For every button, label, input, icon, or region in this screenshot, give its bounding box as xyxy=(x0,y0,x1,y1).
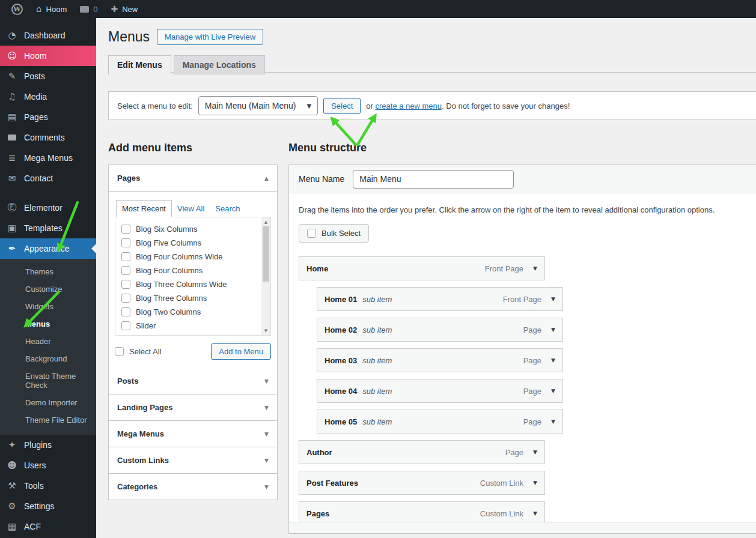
menu-name-input[interactable] xyxy=(353,170,514,189)
page-item-checkbox[interactable] xyxy=(121,321,130,330)
sidebar-item-comments[interactable]: Comments xyxy=(0,127,96,148)
menu-item-expand-icon[interactable]: ▼ xyxy=(533,265,537,271)
sidebar-item-posts[interactable]: ✎Posts xyxy=(0,66,96,86)
page-item-checkbox[interactable] xyxy=(121,307,130,316)
admin-bar: W ⌂ Hoom 0 ✚ New xyxy=(0,0,756,18)
menu-item-expand-icon[interactable]: ▼ xyxy=(533,510,537,516)
list-scrollbar[interactable]: ▲▼ xyxy=(261,217,270,335)
sidebar-item-label: Contact xyxy=(24,174,53,183)
accordion-section-posts[interactable]: Posts▼ xyxy=(109,368,277,394)
menu-item-row-home-03[interactable]: Home 03sub itemPage▼ xyxy=(317,348,563,372)
bulk-select-toggle[interactable]: Bulk Select xyxy=(299,224,369,243)
acf-icon: ▦ xyxy=(6,521,18,532)
scrollbar-thumb[interactable] xyxy=(263,226,269,282)
page-item-label: Blog Three Columns xyxy=(136,294,207,303)
sidebar-item-acf[interactable]: ▦ACF xyxy=(0,516,96,537)
submenu-item-customize[interactable]: Customize xyxy=(0,280,96,298)
menu-item-row-home[interactable]: HomeFront Page▼ xyxy=(299,256,545,280)
pages-icon: ▤ xyxy=(6,112,18,122)
expand-arrow-icon[interactable]: ▼ xyxy=(264,378,269,384)
sidebar-item-pages[interactable]: ▤Pages xyxy=(0,107,96,127)
accordion-section-landing-pages[interactable]: Landing Pages▼ xyxy=(109,394,277,420)
submenu-item-menus[interactable]: Menus xyxy=(0,315,96,333)
menu-item-row-home-02[interactable]: Home 02sub itemPage▼ xyxy=(317,318,563,342)
menu-items-list: HomeFront Page▼Home 01sub itemFront Page… xyxy=(299,256,748,525)
create-new-menu-link[interactable]: create a new menu xyxy=(376,101,442,110)
accordion-section-categories[interactable]: Categories▼ xyxy=(109,473,277,500)
submenu-item-widgets[interactable]: Widgets xyxy=(0,298,96,315)
wordpress-menu-button[interactable]: W xyxy=(6,0,28,18)
menu-item-expand-icon[interactable]: ▼ xyxy=(551,419,555,425)
add-to-menu-button[interactable]: Add to Menu xyxy=(211,343,271,360)
sidebar-item-tools[interactable]: ⚒Tools xyxy=(0,476,96,496)
select-menu-bar: Select a menu to edit: Main Menu (Main M… xyxy=(108,91,756,120)
manage-live-preview-button[interactable]: Manage with Live Preview xyxy=(157,29,263,45)
menu-item-row-post-features[interactable]: Post FeaturesCustom Link▼ xyxy=(299,471,545,495)
submenu-item-demo-importer[interactable]: Demo Importer xyxy=(0,394,96,411)
scroll-up-arrow-icon[interactable]: ▲ xyxy=(261,217,270,226)
expand-arrow-icon[interactable]: ▼ xyxy=(264,484,269,490)
select-button[interactable]: Select xyxy=(323,98,361,114)
comment-bubble-icon xyxy=(80,6,89,13)
menu-item-row-home-04[interactable]: Home 04sub itemPage▼ xyxy=(317,379,563,403)
sidebar-item-appearance[interactable]: ✒Appearance xyxy=(0,238,96,259)
page-item-checkbox[interactable] xyxy=(121,238,130,247)
sidebar-item-label: Appearance xyxy=(24,244,70,253)
sidebar-item-media[interactable]: ♫Media xyxy=(0,86,96,107)
pages-tab-search[interactable]: Search xyxy=(210,201,245,217)
scroll-down-arrow-icon[interactable]: ▼ xyxy=(261,326,270,335)
collapse-arrow-icon[interactable]: ▲ xyxy=(264,175,269,181)
new-content-button[interactable]: ✚ New xyxy=(105,0,143,18)
accordion-section-title: Categories xyxy=(117,482,157,491)
page-item-checkbox[interactable] xyxy=(121,280,130,289)
accordion-section-mega-menus[interactable]: Mega Menus▼ xyxy=(109,420,277,447)
page-item-checkbox[interactable] xyxy=(121,225,130,234)
menu-item-expand-icon[interactable]: ▼ xyxy=(551,296,555,302)
sidebar-item-hoom[interactable]: ☺Hoom xyxy=(0,46,96,66)
menu-select-dropdown[interactable]: Main Menu (Main Menu) ▼ xyxy=(198,96,318,115)
menu-item-row-author[interactable]: AuthorPage▼ xyxy=(299,440,545,464)
comments-admin-link[interactable]: 0 xyxy=(75,0,103,18)
plugin-icon: ✦ xyxy=(6,440,18,450)
menu-item-expand-icon[interactable]: ▼ xyxy=(551,357,555,363)
sidebar-item-plugins[interactable]: ✦Plugins xyxy=(0,435,96,455)
expand-arrow-icon[interactable]: ▼ xyxy=(264,431,269,437)
select-all-label: Select All xyxy=(129,347,161,356)
submenu-item-themes[interactable]: Themes xyxy=(0,263,96,280)
submenu-item-header[interactable]: Header xyxy=(0,333,96,350)
page-item-checkbox[interactable] xyxy=(121,266,130,275)
submenu-item-background[interactable]: Background xyxy=(0,350,96,367)
sidebar-item-settings[interactable]: ⚙Settings xyxy=(0,496,96,516)
menu-item-title: Post Features xyxy=(306,479,358,488)
tab-edit-menus[interactable]: Edit Menus xyxy=(108,55,171,74)
page-item-checkbox[interactable] xyxy=(121,294,130,303)
menu-item-expand-icon[interactable]: ▼ xyxy=(533,480,537,486)
expand-arrow-icon[interactable]: ▼ xyxy=(264,405,269,411)
bulk-select-checkbox[interactable] xyxy=(307,229,316,238)
menu-item-expand-icon[interactable]: ▼ xyxy=(533,449,537,455)
submenu-item-theme-file-editor[interactable]: Theme File Editor xyxy=(0,411,96,429)
select-all-checkbox[interactable] xyxy=(115,347,124,356)
sidebar-item-users[interactable]: ☻Users xyxy=(0,455,96,476)
expand-arrow-icon[interactable]: ▼ xyxy=(264,458,269,464)
pages-tab-view-all[interactable]: View All xyxy=(172,201,210,217)
tab-manage-locations[interactable]: Manage Locations xyxy=(174,55,265,74)
menu-item-expand-icon[interactable]: ▼ xyxy=(551,327,555,333)
submenu-item-envato-theme-check[interactable]: Envato Theme Check xyxy=(0,367,96,394)
site-name-link[interactable]: ⌂ Hoom xyxy=(31,0,72,18)
pages-tab-most-recent[interactable]: Most Recent xyxy=(116,200,172,217)
sidebar-item-templates[interactable]: ▣Templates xyxy=(0,218,96,238)
menu-structure-box: Menu Name Drag the items into the order … xyxy=(288,165,756,534)
sidebar-item-dashboard[interactable]: ◔Dashboard xyxy=(0,25,96,46)
sidebar-item-mega-menus[interactable]: ≣Mega Menus xyxy=(0,148,96,168)
menu-item-row-home-05[interactable]: Home 05sub itemPage▼ xyxy=(317,410,563,434)
sidebar-item-contact[interactable]: ✉Contact xyxy=(0,168,96,189)
add-menu-items-heading: Add menu items xyxy=(108,142,278,154)
menu-item-expand-icon[interactable]: ▼ xyxy=(551,388,555,394)
wordpress-logo-icon: W xyxy=(11,4,23,15)
accordion-section-custom-links[interactable]: Custom Links▼ xyxy=(109,447,277,473)
sidebar-item-elementor[interactable]: ⒺElementor xyxy=(0,197,96,218)
page-item-checkbox[interactable] xyxy=(121,252,130,261)
menu-item-row-home-01[interactable]: Home 01sub itemFront Page▼ xyxy=(317,287,563,311)
accordion-section-pages[interactable]: Pages ▲ xyxy=(109,165,277,191)
